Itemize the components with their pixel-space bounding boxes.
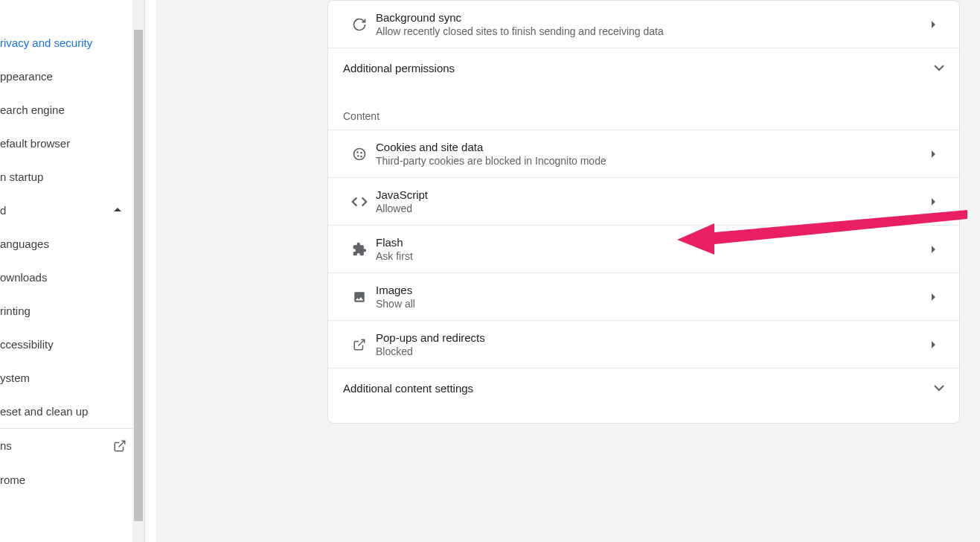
chevron-right-icon [922,197,944,206]
svg-line-0 [119,441,125,447]
sidebar-item-system[interactable]: ystem [0,361,144,395]
sidebar-item-label: ystem [0,372,30,384]
sidebar-item-on-startup[interactable]: n startup [0,160,144,194]
setting-row-cookies[interactable]: Cookies and site data Third-party cookie… [328,130,959,177]
sidebar-scrollbar-track[interactable] [132,0,144,542]
image-icon [343,290,376,304]
code-icon [343,196,376,208]
chevron-right-icon [922,340,944,349]
setting-sub: Blocked [376,345,922,357]
sidebar-item-label: earch engine [0,103,65,116]
setting-label: JavaScript [376,188,922,201]
sidebar-item-about-chrome[interactable]: rome [0,463,144,497]
sidebar-item-label: rivacy and security [0,36,92,49]
sidebar-item-accessibility[interactable]: ccessibility [0,328,144,361]
setting-sub: Show all [376,298,922,310]
setting-row-popups[interactable]: Pop-ups and redirects Blocked [328,320,959,368]
sidebar-item-label: anguages [0,237,49,250]
sidebar-item-label: rinting [0,305,31,317]
setting-label: Pop-ups and redirects [376,331,922,344]
sidebar-advanced-label: d [0,204,6,217]
sidebar-item-label: eset and clean up [0,405,88,418]
sidebar-item-label: ccessibility [0,338,54,351]
sidebar-advanced-toggle[interactable]: d [0,194,144,227]
sidebar-item-label: ns [0,439,12,452]
sidebar-item-downloads[interactable]: ownloads [0,261,144,294]
content-section-heading: Content [328,88,959,130]
sidebar-item-default-browser[interactable]: efault browser [0,127,144,160]
expand-label: Additional permissions [343,62,455,74]
sidebar-item-printing[interactable]: rinting [0,294,144,328]
sidebar-item-privacy-security[interactable]: rivacy and security [0,26,144,60]
setting-label: Images [376,284,922,296]
setting-label: Cookies and site data [376,141,922,153]
chevron-down-icon [934,385,944,392]
sidebar-item-label: ppearance [0,70,53,83]
setting-sub: Ask first [376,250,922,262]
svg-point-1 [354,148,365,159]
sidebar-item-languages[interactable]: anguages [0,227,144,261]
site-settings-card: Background sync Allow recently closed si… [327,0,960,424]
open-in-new-icon [343,338,376,351]
chevron-right-icon [922,20,944,29]
extension-icon [343,242,376,257]
svg-point-4 [357,155,359,157]
chevron-down-icon [934,65,944,71]
sidebar-item-reset-cleanup[interactable]: eset and clean up [0,395,144,428]
additional-permissions-toggle[interactable]: Additional permissions [328,48,959,88]
setting-row-background-sync[interactable]: Background sync Allow recently closed si… [328,1,959,48]
sidebar-item-label: rome [0,474,25,486]
sync-icon [343,17,376,32]
sidebar-item-label: n startup [0,170,43,183]
chevron-right-icon [922,245,944,254]
setting-label: Flash [376,236,922,249]
sidebar-scrollbar-thumb[interactable] [134,30,143,521]
setting-row-flash[interactable]: Flash Ask first [328,225,959,272]
chevron-right-icon [922,293,944,302]
sidebar-item-label: ownloads [0,271,47,284]
settings-sidebar: rivacy and security ppearance earch engi… [0,0,145,542]
svg-point-2 [356,151,359,153]
open-in-new-icon [113,439,126,453]
setting-row-images[interactable]: Images Show all [328,272,959,320]
setting-sub: Allow recently closed sites to finish se… [376,25,922,37]
setting-sub: Allowed [376,203,922,214]
setting-label: Background sync [376,11,922,24]
sidebar-item-appearance[interactable]: ppearance [0,60,144,93]
svg-line-6 [359,339,365,345]
expand-label: Additional content settings [343,382,473,395]
sidebar-item-search-engine[interactable]: earch engine [0,93,144,127]
sidebar-item-safety-check[interactable] [0,0,144,26]
sidebar-item-label: efault browser [0,137,70,150]
svg-point-3 [360,152,362,154]
additional-content-toggle[interactable]: Additional content settings [328,368,959,408]
settings-main: Background sync Allow recently closed si… [156,0,980,542]
setting-sub: Third-party cookies are blocked in Incog… [376,155,922,167]
cookie-icon [343,147,376,162]
svg-point-5 [360,156,362,158]
setting-row-javascript[interactable]: JavaScript Allowed [328,177,959,225]
chevron-right-icon [922,150,944,159]
sidebar-item-extensions[interactable]: ns [0,429,144,463]
chevron-up-icon [113,207,122,213]
